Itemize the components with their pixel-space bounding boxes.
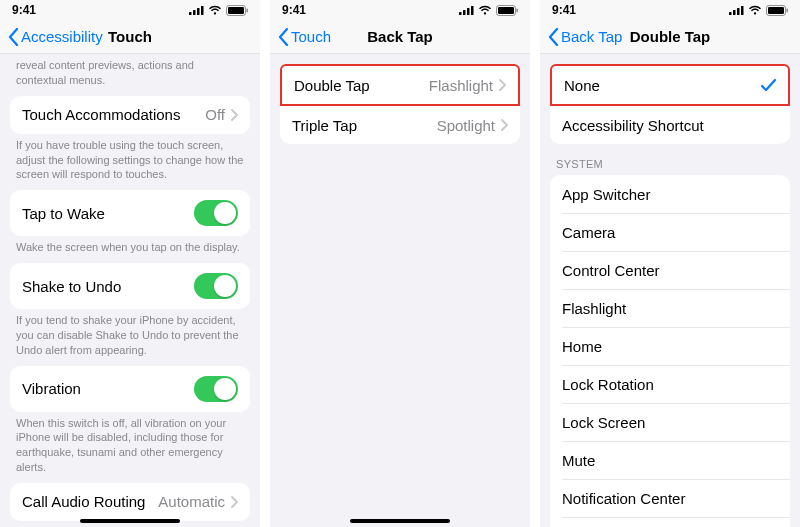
- system-item-cell[interactable]: Notification Center: [550, 479, 790, 517]
- chevron-right-icon: [499, 79, 506, 91]
- svg-rect-20: [787, 8, 788, 12]
- signal-icon: [729, 5, 744, 15]
- svg-rect-9: [467, 8, 470, 15]
- wifi-icon: [748, 5, 762, 15]
- cell-label: Vibration: [22, 380, 194, 397]
- chevron-left-icon: [278, 28, 289, 46]
- battery-icon: [226, 5, 248, 16]
- back-button[interactable]: Touch: [278, 28, 331, 46]
- svg-rect-0: [189, 12, 192, 15]
- back-button[interactable]: Accessibility: [8, 28, 103, 46]
- cell-group-shake: Shake to Undo: [10, 263, 250, 309]
- nav-title: Double Tap: [630, 28, 711, 45]
- triple-tap-cell[interactable]: Triple Tap Spotlight: [280, 106, 520, 144]
- touch-accommodations-cell[interactable]: Touch Accommodations Off: [10, 96, 250, 134]
- svg-rect-6: [247, 8, 248, 12]
- chevron-right-icon: [231, 496, 238, 508]
- cell-label: Lock Screen: [562, 414, 778, 431]
- cell-group-double-tap: Double Tap Flashlight: [280, 64, 520, 106]
- cell-group-audio: Call Audio Routing Automatic: [10, 483, 250, 521]
- cell-label: Notification Center: [562, 490, 778, 507]
- double-tap-cell[interactable]: Double Tap Flashlight: [282, 66, 518, 104]
- status-bar: 9:41: [270, 0, 530, 20]
- status-icons: [729, 5, 788, 16]
- chevron-right-icon: [501, 119, 508, 131]
- system-item-cell[interactable]: Lock Screen: [550, 403, 790, 441]
- svg-rect-3: [201, 6, 204, 15]
- cell-label: Lock Rotation: [562, 376, 778, 393]
- cell-label: Mute: [562, 452, 778, 469]
- svg-rect-7: [459, 12, 462, 15]
- footer-text: Wake the screen when you tap on the disp…: [0, 236, 260, 263]
- home-indicator[interactable]: [80, 519, 180, 523]
- svg-rect-10: [471, 6, 474, 15]
- system-item-cell[interactable]: Home: [550, 327, 790, 365]
- toggle-on[interactable]: [194, 376, 238, 402]
- cell-label: Flashlight: [562, 300, 778, 317]
- nav-title: Back Tap: [367, 28, 433, 45]
- svg-rect-16: [737, 8, 740, 15]
- system-item-cell[interactable]: App Switcher: [550, 175, 790, 213]
- none-cell[interactable]: None: [552, 66, 788, 104]
- home-indicator[interactable]: [350, 519, 450, 523]
- toggle-on[interactable]: [194, 200, 238, 226]
- content-area: Double Tap Flashlight Triple Tap Spotlig…: [270, 54, 530, 527]
- svg-rect-8: [463, 10, 466, 15]
- svg-rect-12: [498, 7, 514, 14]
- screen-back-tap: 9:41 Touch Back Tap Double Tap Flashligh…: [270, 0, 530, 527]
- chevron-left-icon: [8, 28, 19, 46]
- battery-icon: [496, 5, 518, 16]
- accessibility-shortcut-cell[interactable]: Accessibility Shortcut: [550, 106, 790, 144]
- toggle-on[interactable]: [194, 273, 238, 299]
- cell-label: Camera: [562, 224, 778, 241]
- checkmark-icon: [761, 79, 776, 92]
- cell-group-none: None: [550, 64, 790, 106]
- wifi-icon: [208, 5, 222, 15]
- cell-label: Accessibility Shortcut: [562, 117, 778, 134]
- content-area: reveal content previews, actions and con…: [0, 54, 260, 527]
- system-item-cell[interactable]: Reachability: [550, 517, 790, 527]
- footer-text: If you tend to shake your iPhone by acci…: [0, 309, 260, 366]
- nav-title: Touch: [108, 28, 152, 45]
- cell-label: App Switcher: [562, 186, 778, 203]
- wifi-icon: [478, 5, 492, 15]
- cell-label: None: [564, 77, 761, 94]
- cell-group-vibration: Vibration: [10, 366, 250, 412]
- cell-label: Touch Accommodations: [22, 106, 205, 123]
- status-bar: 9:41: [0, 0, 260, 20]
- system-item-cell[interactable]: Camera: [550, 213, 790, 251]
- back-label: Back Tap: [561, 28, 622, 45]
- call-audio-routing-cell[interactable]: Call Audio Routing Automatic: [10, 483, 250, 521]
- footer-text: When this switch is off, all vibration o…: [0, 412, 260, 483]
- cell-label: Triple Tap: [292, 117, 437, 134]
- system-item-cell[interactable]: Control Center: [550, 251, 790, 289]
- cell-group-system: App SwitcherCameraControl CenterFlashlig…: [550, 175, 790, 527]
- status-icons: [189, 5, 248, 16]
- status-time: 9:41: [12, 3, 36, 17]
- shake-to-undo-cell[interactable]: Shake to Undo: [10, 263, 250, 309]
- svg-rect-5: [228, 7, 244, 14]
- footer-text: If you have trouble using the touch scre…: [0, 134, 260, 191]
- cell-label: Double Tap: [294, 77, 429, 94]
- vibration-cell[interactable]: Vibration: [10, 366, 250, 412]
- svg-rect-15: [733, 10, 736, 15]
- signal-icon: [459, 5, 474, 15]
- cell-value: Spotlight: [437, 117, 495, 134]
- screen-double-tap: 9:41 Back Tap Double Tap None Accessibil…: [540, 0, 800, 527]
- cell-value: Automatic: [158, 493, 225, 510]
- back-button[interactable]: Back Tap: [548, 28, 622, 46]
- system-item-cell[interactable]: Flashlight: [550, 289, 790, 327]
- svg-rect-14: [729, 12, 732, 15]
- cell-group-triple-tap: Triple Tap Spotlight: [280, 106, 520, 144]
- system-item-cell[interactable]: Mute: [550, 441, 790, 479]
- cell-label: Home: [562, 338, 778, 355]
- system-item-cell[interactable]: Lock Rotation: [550, 365, 790, 403]
- cell-label: Call Audio Routing: [22, 493, 158, 510]
- cell-group-touch-accom: Touch Accommodations Off: [10, 96, 250, 134]
- signal-icon: [189, 5, 204, 15]
- tap-to-wake-cell[interactable]: Tap to Wake: [10, 190, 250, 236]
- nav-bar: Accessibility Touch: [0, 20, 260, 54]
- svg-rect-1: [193, 10, 196, 15]
- cell-label: Control Center: [562, 262, 778, 279]
- cell-label: Shake to Undo: [22, 278, 194, 295]
